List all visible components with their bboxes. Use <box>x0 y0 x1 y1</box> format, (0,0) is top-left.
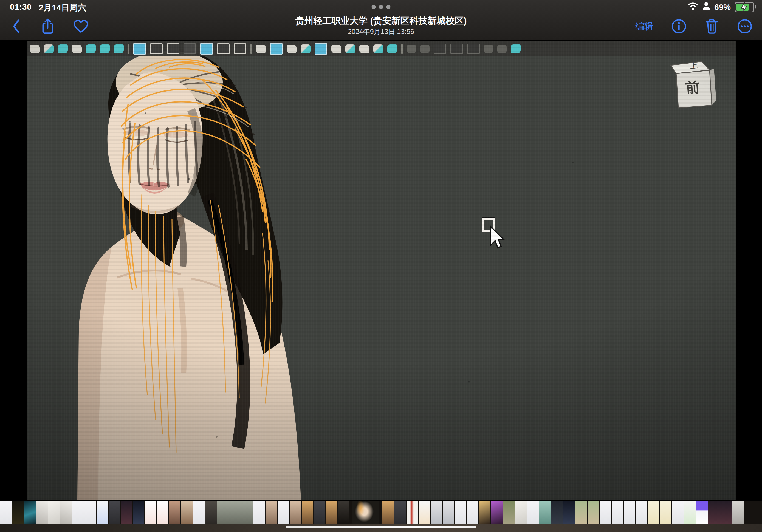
filmstrip-thumbnail[interactable] <box>326 501 338 524</box>
filmstrip-thumbnail[interactable] <box>564 501 575 524</box>
home-indicator[interactable] <box>286 526 476 528</box>
text-panel-icon <box>234 43 246 54</box>
keys-icon <box>420 45 429 53</box>
dust-specks <box>145 113 146 114</box>
status-bar: 01:30 2月14日周六 69% <box>0 0 762 13</box>
filmstrip-thumbnail[interactable] <box>672 501 684 524</box>
filmstrip-thumbnail[interactable] <box>290 501 301 524</box>
filmstrip-thumbnail[interactable] <box>443 501 454 524</box>
filmstrip-thumbnail[interactable] <box>157 501 168 524</box>
filmstrip-thumbnail[interactable] <box>515 501 527 524</box>
filmstrip-thumbnail[interactable] <box>479 501 491 524</box>
filmstrip-thumbnail[interactable] <box>338 501 349 524</box>
filmstrip-thumbnail[interactable] <box>431 501 442 524</box>
globe-icon <box>387 44 397 53</box>
filmstrip-thumbnail[interactable] <box>407 501 418 524</box>
battery-percent: 69% <box>714 2 731 12</box>
filmstrip-thumbnail[interactable] <box>587 501 599 524</box>
filmstrip-thumbnail[interactable] <box>660 501 671 524</box>
multitasking-dots-icon[interactable] <box>372 5 391 9</box>
info-button[interactable] <box>671 18 687 34</box>
teal-chip-icon <box>511 44 521 53</box>
more-options-button[interactable] <box>737 18 753 34</box>
filmstrip-thumbnail[interactable] <box>12 501 24 524</box>
filmstrip-thumbnail[interactable] <box>684 501 696 524</box>
filmstrip-thumbnail[interactable] <box>121 501 132 524</box>
filmstrip-thumbnail[interactable] <box>491 501 502 524</box>
status-right: 69% <box>687 2 754 12</box>
edit-button[interactable]: 编辑 <box>635 20 653 33</box>
filmstrip-thumbnail[interactable] <box>648 501 659 524</box>
filmstrip-thumbnail[interactable] <box>600 501 611 524</box>
photo-view[interactable]: 上 前 <box>27 41 736 500</box>
filmstrip-thumbnail[interactable] <box>241 501 253 524</box>
person-icon <box>702 2 711 12</box>
filmstrip-thumbnail[interactable] <box>419 501 430 524</box>
filmstrip-thumbnail[interactable] <box>467 501 478 524</box>
filmstrip-thumbnail[interactable] <box>36 501 48 524</box>
filmstrip-thumbnail[interactable] <box>394 501 406 524</box>
lock-icon <box>44 44 54 53</box>
circle-panel-icon <box>167 43 180 54</box>
filmstrip-thumbnail[interactable] <box>503 501 515 524</box>
filmstrip-thumbnail[interactable] <box>229 501 241 524</box>
filmstrip-thumbnail[interactable] <box>382 501 394 524</box>
filmstrip-thumbnail[interactable] <box>254 501 265 524</box>
photo-header: 贵州轻工职业大学 (贵安新区科技新城校区) 2024年9月13日 13:56 <box>189 15 573 36</box>
filmstrip-thumbnail[interactable] <box>302 501 313 524</box>
bar-panel-icon <box>467 43 480 54</box>
filmstrip-thumbnail[interactable] <box>145 501 156 524</box>
filmstrip-thumbnail[interactable] <box>624 501 635 524</box>
character-model-render <box>27 41 736 500</box>
top-chrome: 01:30 2月14日周六 69% <box>0 0 762 40</box>
gear-icon <box>58 44 68 53</box>
pencil-icon <box>114 44 124 53</box>
shield-checker-icon <box>315 43 327 54</box>
timeline-panel-icon <box>150 43 163 54</box>
filmstrip-thumbnail[interactable] <box>97 501 108 524</box>
portrait-panel-icon <box>217 43 230 54</box>
viewcube-top-label: 上 <box>689 60 698 70</box>
filmstrip-thumbnail[interactable] <box>24 501 36 524</box>
filmstrip-thumbnail[interactable] <box>109 501 120 524</box>
filmstrip-thumbnail[interactable] <box>266 501 277 524</box>
muted-panel-icon <box>184 43 196 54</box>
charging-bolt-icon <box>739 2 749 13</box>
filmstrip-thumbnail[interactable] <box>732 501 744 524</box>
filmstrip-thumbnail[interactable] <box>85 501 96 524</box>
cube-filled-icon <box>270 43 282 54</box>
filmstrip-thumbnail[interactable] <box>551 501 563 524</box>
back-button[interactable] <box>10 18 23 34</box>
filmstrip-thumbnail[interactable] <box>575 501 587 524</box>
filmstrip-thumbnail[interactable] <box>169 501 181 524</box>
delete-button[interactable] <box>704 18 719 35</box>
filmstrip-thumbnail[interactable] <box>720 501 732 524</box>
bar-panel-icon <box>450 43 463 54</box>
filmstrip-thumbnail[interactable] <box>277 501 289 524</box>
filmstrip[interactable] <box>0 501 762 524</box>
filmstrip-thumbnail[interactable] <box>217 501 229 524</box>
bookmark-icon <box>72 45 82 53</box>
filmstrip-thumbnail[interactable] <box>314 501 325 524</box>
filmstrip-thumbnail[interactable] <box>133 501 144 524</box>
filmstrip-thumbnail[interactable] <box>636 501 648 524</box>
filmstrip-thumbnail[interactable] <box>455 501 466 524</box>
filmstrip-thumbnail[interactable] <box>48 501 60 524</box>
layers-icon <box>86 44 96 53</box>
filmstrip-thumbnail[interactable] <box>708 501 720 524</box>
filmstrip-thumbnail[interactable] <box>696 501 708 524</box>
cube-outline-icon <box>256 45 266 53</box>
filmstrip-thumbnail[interactable] <box>539 501 551 524</box>
filmstrip-thumbnail[interactable] <box>60 501 72 524</box>
filmstrip-thumbnail[interactable] <box>181 501 192 524</box>
filmstrip-thumbnail[interactable] <box>193 501 205 524</box>
filmstrip-thumbnail[interactable] <box>72 501 84 524</box>
favorite-heart-button[interactable] <box>73 19 89 34</box>
filmstrip-thumbnail[interactable] <box>0 501 12 524</box>
pin-icon <box>484 45 493 53</box>
share-button[interactable] <box>40 18 55 35</box>
filmstrip-thumbnail[interactable] <box>612 501 623 524</box>
filmstrip-thumbnail-current[interactable] <box>352 501 379 524</box>
filmstrip-thumbnail[interactable] <box>527 501 539 524</box>
filmstrip-thumbnail[interactable] <box>205 501 217 524</box>
